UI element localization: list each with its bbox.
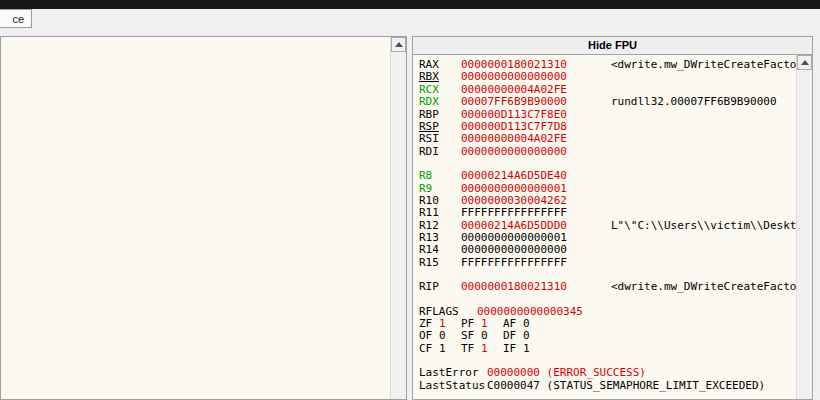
flag-label: DF xyxy=(503,329,516,342)
register-value[interactable]: 0000000000000000 xyxy=(461,145,567,158)
flag-label: ZF xyxy=(419,317,432,330)
register-name: R15 xyxy=(419,257,461,269)
flag-value[interactable]: 1 xyxy=(481,317,488,330)
register-comment: <dwrite.mw_DWriteCreateFacto xyxy=(611,281,796,293)
register-value[interactable]: 00007FF6B9B90000 xyxy=(461,95,567,108)
disassembly-panel[interactable] xyxy=(0,36,407,400)
flag-cf[interactable]: CF 1 xyxy=(419,343,461,355)
flag-value[interactable]: 1 xyxy=(523,342,530,355)
flag-label: PF xyxy=(461,317,474,330)
flag-value[interactable]: 1 xyxy=(439,317,446,330)
register-name: RDX xyxy=(419,96,461,108)
flag-label: IF xyxy=(503,342,516,355)
register-name: RDI xyxy=(419,146,461,158)
flags-area: ZF 1PF 1AF 0OF 0SF 0DF 0CF 1TF 1IF 1 xyxy=(419,318,812,355)
flag-value[interactable]: 0 xyxy=(523,329,530,342)
register-value[interactable]: 00000000004A02FE xyxy=(461,132,567,145)
status-label: LastStatus xyxy=(419,380,487,392)
status-value: C0000047 xyxy=(487,379,540,392)
register-value[interactable]: 00000000004A02FE xyxy=(461,83,567,96)
status-row-laststatus[interactable]: LastStatusC0000047 (STATUS_SEMAPHORE_LIM… xyxy=(419,380,812,392)
register-value[interactable]: FFFFFFFFFFFFFFFF xyxy=(461,206,567,219)
up-arrow-icon xyxy=(801,60,809,65)
register-row-rip[interactable]: RIP0000000180021310<dwrite.mw_DWriteCrea… xyxy=(419,281,812,293)
register-row-rdi[interactable]: RDI0000000000000000 xyxy=(419,146,812,158)
disassembly-scrollbar[interactable] xyxy=(390,37,406,399)
flag-value[interactable]: 1 xyxy=(481,342,488,355)
window-top-edge xyxy=(0,0,820,9)
register-name: R11 xyxy=(419,207,461,219)
register-value[interactable]: 0000000000000000 xyxy=(461,70,567,83)
flag-label: SF xyxy=(461,329,474,342)
register-value[interactable]: 0000000030004262 xyxy=(461,194,567,207)
register-value[interactable]: 0000000180021310 xyxy=(461,280,567,293)
status-value: 00000000 xyxy=(487,366,540,379)
status-label: LastError xyxy=(419,367,487,379)
flags-row-3: CF 1TF 1IF 1 xyxy=(419,343,812,355)
register-name: R14 xyxy=(419,244,461,256)
register-view[interactable]: RAX0000000180021310<dwrite.mw_DWriteCrea… xyxy=(412,54,813,400)
register-name: RSI xyxy=(419,133,461,145)
flag-label: OF xyxy=(419,329,432,342)
register-row-r15[interactable]: R15FFFFFFFFFFFFFFFF xyxy=(419,257,812,269)
status-note: (STATUS_SEMAPHORE_LIMIT_EXCEEDED) xyxy=(547,379,766,392)
register-value[interactable]: 000000D113C7F8E0 xyxy=(461,108,567,121)
register-value[interactable]: 00000214A6D5DE40 xyxy=(461,169,567,182)
register-comment: L"\"C:\\Users\\victim\\Deskt xyxy=(611,220,796,232)
register-value[interactable]: 000000D113C7F7D8 xyxy=(461,120,567,133)
flag-value[interactable]: 1 xyxy=(439,342,446,355)
flags-row-2: OF 0SF 0DF 0 xyxy=(419,330,812,342)
up-arrow-icon xyxy=(395,42,403,47)
flag-label: AF xyxy=(503,317,516,330)
register-value[interactable]: 0000000180021310 xyxy=(461,58,567,71)
flag-value[interactable]: 0 xyxy=(523,317,530,330)
flag-tf[interactable]: TF 1 xyxy=(461,343,503,355)
flag-label: CF xyxy=(419,342,432,355)
status-area: LastError00000000 (ERROR_SUCCESS)LastSta… xyxy=(419,367,812,392)
registers-panel: Hide FPU RAX0000000180021310<dwrite.mw_D… xyxy=(412,36,813,400)
register-name: RBX xyxy=(419,71,461,83)
flag-value[interactable]: 0 xyxy=(481,329,488,342)
register-value[interactable]: 0000000000000000 xyxy=(461,243,567,256)
register-name: R8 xyxy=(419,170,461,182)
registers-scrollbar[interactable] xyxy=(796,55,812,399)
register-value[interactable]: 0000000000000001 xyxy=(461,182,567,195)
disassembly-scroll-up-button[interactable] xyxy=(391,37,406,52)
registers-scroll-up-button[interactable] xyxy=(797,55,812,70)
flag-value[interactable]: 0 xyxy=(439,329,446,342)
register-comment: rundll32.00007FF6B9B90000 xyxy=(611,96,777,108)
hide-fpu-button[interactable]: Hide FPU xyxy=(412,36,813,55)
register-name: RIP xyxy=(419,281,461,293)
register-value[interactable]: 0000000000000001 xyxy=(461,231,567,244)
register-value[interactable]: FFFFFFFFFFFFFFFF xyxy=(461,256,567,269)
tab-fragment-label: ce xyxy=(12,13,24,25)
register-value[interactable]: 00000214A6D5DDD0 xyxy=(461,219,567,232)
flag-if[interactable]: IF 1 xyxy=(503,343,545,355)
tab-fragment[interactable]: ce xyxy=(0,9,32,28)
flag-label: TF xyxy=(461,342,474,355)
status-note: (ERROR_SUCCESS) xyxy=(547,366,646,379)
rflags-value[interactable]: 0000000000000345 xyxy=(477,305,583,318)
register-list: RAX0000000180021310<dwrite.mw_DWriteCrea… xyxy=(419,59,812,294)
register-comment: <dwrite.mw_DWriteCreateFacto xyxy=(611,59,796,71)
